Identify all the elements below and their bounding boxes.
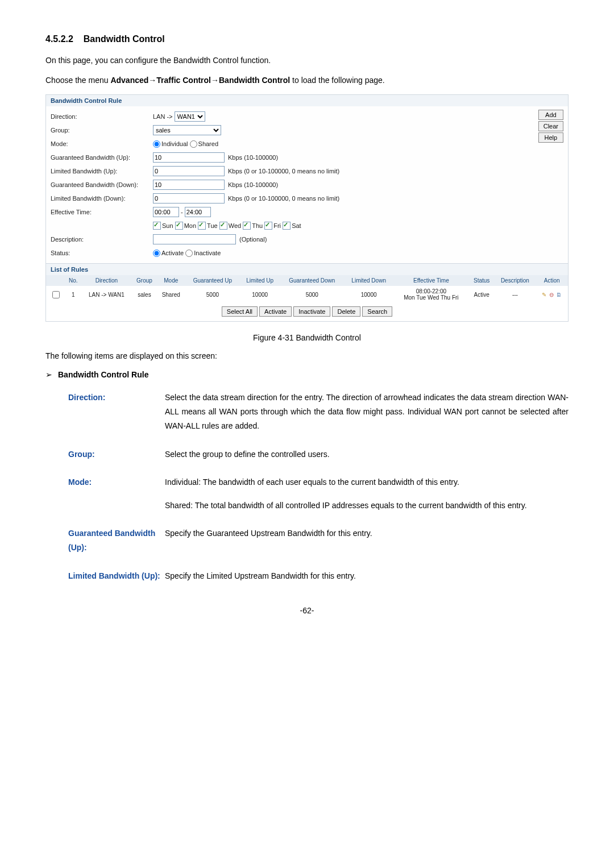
description-hint: (Optional) bbox=[239, 236, 267, 243]
row-eff: 08:00-22:00 Mon Tue Wed Thu Fri bbox=[393, 286, 469, 303]
col-gup: Guaranteed Up bbox=[185, 275, 240, 286]
intro-paragraph-1: On this page, you can configure the Band… bbox=[45, 55, 569, 67]
col-checkbox bbox=[46, 275, 65, 286]
day-tue: Tue bbox=[207, 222, 218, 229]
mode-individual-label: Individual bbox=[161, 140, 188, 147]
def-direction-label: Direction: bbox=[68, 391, 165, 434]
col-group: Group bbox=[132, 275, 157, 286]
bottom-button-row: Select All Activate Inactivate Delete Se… bbox=[46, 303, 568, 321]
detail-icon[interactable]: 🗎 bbox=[556, 292, 562, 298]
inactivate-button[interactable]: Inactivate bbox=[293, 306, 330, 317]
row-status: Active bbox=[469, 286, 495, 303]
day-mon-checkbox[interactable] bbox=[175, 222, 183, 230]
row-eff-days: Mon Tue Wed Thu Fri bbox=[395, 294, 467, 301]
search-button[interactable]: Search bbox=[362, 306, 392, 317]
description-input[interactable] bbox=[153, 234, 236, 244]
row-mode: Shared bbox=[157, 286, 185, 303]
def-lbw-up-text: Specify the Limited Upstream Bandwidth f… bbox=[165, 569, 569, 583]
add-button[interactable]: Add bbox=[538, 110, 563, 120]
rules-table: No. Direction Group Mode Guaranteed Up L… bbox=[46, 275, 568, 303]
delete-button[interactable]: Delete bbox=[332, 306, 360, 317]
status-inactivate-label: Inactivate bbox=[194, 250, 221, 256]
label-mode: Mode: bbox=[51, 140, 153, 147]
section-title-text: Bandwidth Control bbox=[84, 34, 165, 44]
mode-shared-label: Shared bbox=[198, 140, 218, 147]
intro2-pre: Choose the menu bbox=[45, 76, 110, 85]
day-fri-checkbox[interactable] bbox=[264, 222, 272, 230]
day-tue-checkbox[interactable] bbox=[198, 222, 206, 230]
definitions: Direction: Select the data stream direct… bbox=[68, 391, 569, 583]
label-effective-time: Effective Time: bbox=[51, 209, 153, 215]
col-no: No. bbox=[65, 275, 81, 286]
label-gbw-down: Guaranteed Bandwidth (Down): bbox=[51, 181, 153, 188]
status-inactivate-radio[interactable] bbox=[185, 250, 193, 257]
bullet-arrow-icon: ➢ bbox=[45, 370, 52, 379]
day-sat-checkbox[interactable] bbox=[283, 222, 291, 230]
direction-select[interactable]: WAN1 bbox=[175, 111, 205, 122]
row-desc: --- bbox=[495, 286, 536, 303]
form-area: Add Clear Help Direction: LAN -> WAN1 Gr… bbox=[46, 106, 568, 263]
def-direction-text: Select the data stream direction for the… bbox=[165, 391, 569, 434]
col-status: Status bbox=[469, 275, 495, 286]
direction-prefix: LAN -> bbox=[153, 113, 173, 120]
side-button-column: Add Clear Help bbox=[538, 110, 563, 143]
clear-button[interactable]: Clear bbox=[538, 121, 563, 131]
bullet-row: ➢ Bandwidth Control Rule bbox=[45, 370, 569, 379]
col-action: Action bbox=[536, 275, 568, 286]
time-start-input[interactable] bbox=[153, 207, 179, 217]
day-sat: Sat bbox=[292, 222, 301, 229]
gbw-up-input[interactable] bbox=[153, 152, 225, 163]
row-eff-time: 08:00-22:00 bbox=[395, 288, 467, 294]
time-end-input[interactable] bbox=[185, 207, 211, 217]
col-gdown: Guaranteed Down bbox=[280, 275, 344, 286]
help-button[interactable]: Help bbox=[538, 132, 563, 143]
day-thu: Thu bbox=[252, 222, 263, 229]
label-status: Status: bbox=[51, 250, 153, 256]
mode-individual-radio[interactable] bbox=[153, 140, 160, 148]
day-wed: Wed bbox=[229, 222, 241, 229]
intro2-menu-path: Advanced→Traffic Control→Bandwidth Contr… bbox=[110, 76, 290, 85]
group-select[interactable]: sales bbox=[153, 125, 221, 135]
panel-header-rule: Bandwidth Control Rule bbox=[46, 95, 568, 106]
col-desc: Description bbox=[495, 275, 536, 286]
disable-icon[interactable]: ⊖ bbox=[549, 292, 554, 298]
def-mode-text2: Shared: The total bandwidth of all contr… bbox=[165, 499, 569, 513]
row-gdown: 5000 bbox=[280, 286, 344, 303]
day-thu-checkbox[interactable] bbox=[243, 222, 251, 230]
row-lup: 10000 bbox=[240, 286, 280, 303]
lbw-up-input[interactable] bbox=[153, 166, 225, 176]
day-sun-checkbox[interactable] bbox=[153, 222, 161, 230]
label-gbw-up: Guaranteed Bandwidth (Up): bbox=[51, 154, 153, 161]
row-action: ✎ ⊖ 🗎 bbox=[536, 286, 568, 303]
gbw-down-input[interactable] bbox=[153, 180, 225, 190]
day-sun: Sun bbox=[162, 222, 173, 229]
def-gbw-up-text: Specify the Guaranteed Upstream Bandwidt… bbox=[165, 526, 569, 555]
bullet-title: Bandwidth Control Rule bbox=[58, 370, 148, 379]
def-group-text: Select the group to define the controlle… bbox=[165, 447, 569, 462]
label-group: Group: bbox=[51, 127, 153, 134]
select-all-button[interactable]: Select All bbox=[222, 306, 258, 317]
edit-icon[interactable]: ✎ bbox=[542, 292, 546, 298]
def-group-label: Group: bbox=[68, 447, 165, 462]
status-activate-label: Activate bbox=[161, 250, 184, 256]
label-lbw-down: Limited Bandwidth (Down): bbox=[51, 195, 153, 202]
lbw-down-input[interactable] bbox=[153, 193, 225, 203]
figure-caption: Figure 4-31 Bandwidth Control bbox=[45, 333, 569, 342]
day-wed-checkbox[interactable] bbox=[219, 222, 227, 230]
label-description: Description: bbox=[51, 236, 153, 243]
row-checkbox[interactable] bbox=[52, 291, 60, 298]
def-lbw-up-label: Limited Bandwidth (Up): bbox=[68, 569, 165, 583]
activate-button[interactable]: Activate bbox=[259, 306, 292, 317]
mode-shared-radio[interactable] bbox=[190, 140, 197, 148]
lbw-up-hint: Kbps (0 or 10-100000, 0 means no limit) bbox=[228, 168, 339, 175]
row-direction: LAN -> WAN1 bbox=[81, 286, 132, 303]
col-mode: Mode bbox=[157, 275, 185, 286]
status-activate-radio[interactable] bbox=[153, 250, 160, 257]
page-number: -62- bbox=[45, 606, 569, 615]
col-lup: Limited Up bbox=[240, 275, 280, 286]
col-eff: Effective Time bbox=[393, 275, 469, 286]
def-mode-label: Mode: bbox=[68, 475, 165, 513]
def-mode-text: Individual: The bandwidth of each user e… bbox=[165, 475, 569, 513]
def-gbw-up-label: Guaranteed Bandwidth (Up): bbox=[68, 526, 165, 555]
col-ldown: Limited Down bbox=[344, 275, 393, 286]
